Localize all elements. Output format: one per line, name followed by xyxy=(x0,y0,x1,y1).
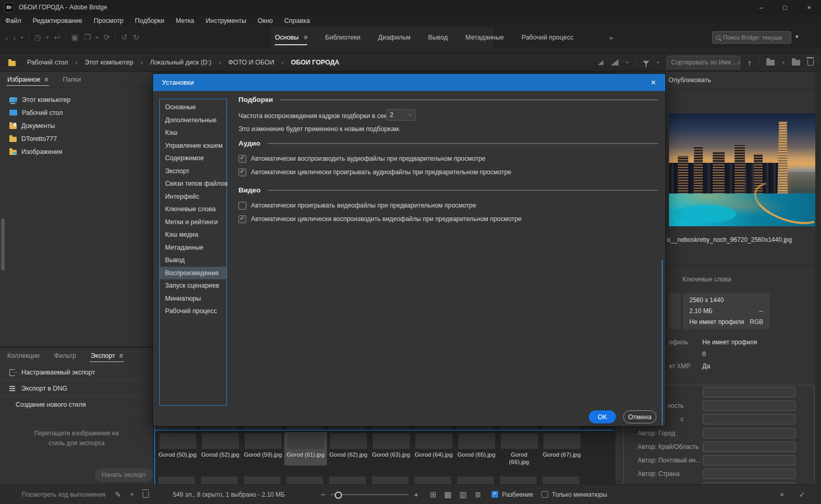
file-thumbnail[interactable] xyxy=(202,433,239,449)
breadcrumb-item[interactable]: › Этот компьютер xyxy=(75,59,133,66)
menu-item[interactable]: Инструменты xyxy=(206,17,246,24)
recent-folder-icon[interactable] xyxy=(766,60,775,66)
checkbox[interactable] xyxy=(238,202,246,210)
file-cell[interactable]: Gorod (59).jpg xyxy=(242,432,284,466)
breadcrumb-item[interactable]: › Рабочий стол xyxy=(27,59,68,66)
panel-menu-icon[interactable]: ≡ xyxy=(119,352,123,359)
file-cell[interactable]: Gorod (62).jpg xyxy=(327,432,370,466)
preview-image[interactable] xyxy=(669,113,815,226)
rotate-right-icon[interactable]: ↻ xyxy=(133,33,140,42)
panel-tab[interactable]: Фильтр ≡ xyxy=(47,348,83,364)
favorites-item[interactable]: Документы xyxy=(0,119,153,132)
workspace-tab[interactable]: Библиотеки ≡ xyxy=(325,27,360,48)
right-scrollbar[interactable] xyxy=(815,73,820,484)
thumbs-only-checkbox-row[interactable]: Только миниатюры xyxy=(541,491,607,498)
file-thumbnail[interactable] xyxy=(415,433,452,449)
detail-view-icon[interactable]: ▥ xyxy=(460,490,467,499)
breadcrumb-item[interactable]: › Локальный диск (D:) xyxy=(141,59,211,66)
file-thumbnail[interactable] xyxy=(458,433,495,449)
preferences-nav-item[interactable]: Миниатюры xyxy=(160,292,226,305)
file-thumbnail[interactable] xyxy=(373,433,410,449)
preferences-nav-item[interactable]: Связи типов файлов xyxy=(160,177,226,190)
batch-copy-icon[interactable]: ❐ xyxy=(84,33,91,42)
preferences-nav-item[interactable]: Воспроизведение xyxy=(160,267,226,280)
file-cell[interactable]: Gorod (61).jpg xyxy=(284,432,327,466)
export-progress-link[interactable]: Посмотреть ход выполнения xyxy=(22,491,105,498)
panel-tab[interactable]: Экспорт ≡ xyxy=(83,348,130,364)
rating-dropdown-icon[interactable]: ▾ xyxy=(626,60,628,65)
thumbs-only-checkbox[interactable] xyxy=(541,491,548,498)
file-cell[interactable]: Gorod (63).jpg xyxy=(370,432,412,466)
menu-item[interactable]: Просмотр xyxy=(94,17,123,24)
export-preset-item[interactable]: Создание нового стиля xyxy=(0,397,153,413)
preferences-nav-item[interactable]: Дополнительные xyxy=(160,114,226,127)
option-row[interactable]: Автоматически циклически проигрывать ауд… xyxy=(238,165,655,179)
filter-dropdown-icon[interactable]: ▾ xyxy=(656,60,659,65)
preferences-nav-item[interactable]: Управление кэшем xyxy=(160,139,226,152)
workspace-tab[interactable]: Диафильм ≡ xyxy=(378,27,410,48)
menu-item[interactable]: Окно xyxy=(258,17,273,24)
checkbox[interactable] xyxy=(238,215,246,223)
preferences-nav-item[interactable]: Содержимое xyxy=(160,152,226,165)
filter-funnel-icon[interactable] xyxy=(643,61,649,64)
metadata-field-input[interactable] xyxy=(703,387,795,397)
zoom-out-icon[interactable]: − xyxy=(321,490,325,499)
menu-item[interactable]: Файл xyxy=(5,17,21,24)
search-input[interactable]: Поиск Bridge: текуща xyxy=(712,31,791,44)
search-scope-dropdown-icon[interactable]: ▾ xyxy=(795,33,799,40)
file-thumbnail[interactable] xyxy=(501,433,538,449)
thumbnail-view-icon[interactable]: ▦ xyxy=(444,490,451,499)
file-thumbnail[interactable] xyxy=(544,433,580,449)
metadata-field-input[interactable] xyxy=(703,442,795,452)
menu-item[interactable]: Справка xyxy=(284,17,310,24)
panel-tab[interactable]: Папки ≡ xyxy=(55,72,88,87)
history-clock-icon[interactable]: ◷ xyxy=(34,33,41,42)
file-cell[interactable]: Gorod (50).jpg xyxy=(156,432,199,466)
preferences-nav-item[interactable]: Метки и рейтинги xyxy=(160,216,226,229)
workspace-tab[interactable]: Рабочий процесс ≡ xyxy=(522,27,574,48)
minimize-button[interactable]: – xyxy=(749,0,773,15)
cancel-button[interactable]: Отмена xyxy=(623,410,656,423)
favorites-item[interactable]: Изображения xyxy=(0,145,153,158)
metadata-field-input[interactable] xyxy=(703,469,795,479)
export-preset-item[interactable]: Экспорт в DNG xyxy=(0,381,153,397)
back-icon[interactable]: ‹ xyxy=(5,33,8,42)
checkbox[interactable] xyxy=(238,155,246,163)
option-row[interactable]: Автоматически воспроизводить аудиофайлы … xyxy=(238,152,655,165)
preferences-nav-item[interactable]: Экспорт xyxy=(160,165,226,178)
file-cell[interactable]: Gorod (65).jpg xyxy=(455,432,498,466)
breadcrumb-item[interactable]: › ОБОИ ГОРОДА xyxy=(282,59,339,66)
new-folder-icon[interactable] xyxy=(792,60,800,66)
workspace-tab[interactable]: Вывод ≡ xyxy=(428,27,448,48)
file-thumbnail[interactable] xyxy=(159,433,196,449)
nav-dropdown-icon[interactable]: ▾ xyxy=(21,35,23,40)
maximize-button[interactable]: □ xyxy=(773,0,797,15)
panel-tab[interactable]: Коллекции ≡ xyxy=(0,348,47,364)
metadata-apply-icon[interactable]: ✓ xyxy=(799,490,805,499)
metadata-field-input[interactable] xyxy=(703,455,795,466)
edit-pencil-icon[interactable]: ✎ xyxy=(115,490,121,499)
start-export-button[interactable]: Начать экспорт xyxy=(95,468,153,482)
preferences-nav-item[interactable]: Кэш xyxy=(160,126,226,139)
file-cell[interactable]: Gorod (52).jpg xyxy=(199,432,242,466)
panel-menu-icon[interactable]: ≡ xyxy=(44,76,48,83)
export-preset-item[interactable]: Настраиваемый экспорт xyxy=(0,365,153,381)
panel-tab[interactable]: Избранное ≡ xyxy=(0,72,55,87)
workspace-overflow-icon[interactable]: » xyxy=(609,27,613,48)
history-dropdown-icon[interactable]: ▾ xyxy=(46,35,49,40)
close-button[interactable]: × xyxy=(797,0,821,15)
favorites-item[interactable]: DToretto777 xyxy=(0,132,153,145)
file-thumbnail[interactable] xyxy=(287,433,324,449)
favorites-item[interactable]: Этот компьютер xyxy=(0,93,153,106)
file-cell[interactable]: Gorod (66).jpg xyxy=(498,432,540,466)
metadata-field-input[interactable] xyxy=(703,414,795,424)
delete-icon[interactable] xyxy=(143,492,149,498)
checkbox[interactable] xyxy=(238,169,246,176)
dialog-title-bar[interactable]: Установки xyxy=(153,74,665,91)
add-icon[interactable]: + xyxy=(130,490,134,498)
forward-icon[interactable]: › xyxy=(13,33,16,42)
preferences-nav-item[interactable]: Рабочий процесс xyxy=(160,305,226,318)
option-row[interactable]: Автоматически проигрывать видеофайлы при… xyxy=(238,199,655,212)
preferences-nav-item[interactable]: Метаданные xyxy=(160,241,226,254)
preferences-nav-item[interactable]: Ключевые слова xyxy=(160,203,226,216)
